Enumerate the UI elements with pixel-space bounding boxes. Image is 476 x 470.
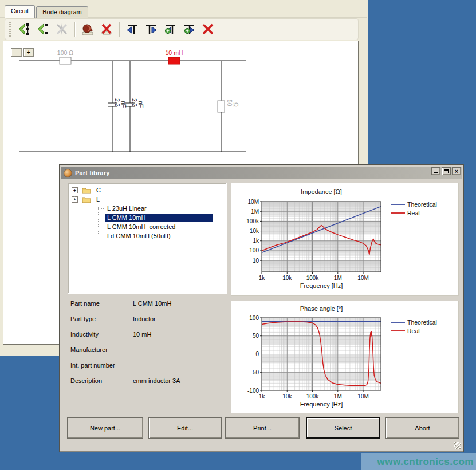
svg-text:-50: -50 xyxy=(251,369,259,376)
svg-text:100k: 100k xyxy=(306,393,320,400)
tree-item-label: L CMM 10mH_corrected xyxy=(105,223,178,231)
impedance-chart: 10M1M100k10k1k100101k10k100k1M10MImpedan… xyxy=(231,183,459,297)
edit-button[interactable]: Edit... xyxy=(148,417,222,439)
detail-label: Manufacturer xyxy=(70,346,133,353)
resistor-100ohm[interactable] xyxy=(60,57,71,64)
select-button[interactable]: Select xyxy=(306,417,380,439)
svg-text:10k: 10k xyxy=(250,228,259,234)
folder-icon xyxy=(82,196,91,203)
c1-label: nF xyxy=(120,101,127,108)
tree-guide-stub xyxy=(98,218,105,218)
part-details: Part nameL CMM 10mHPart typeInductorIndu… xyxy=(70,300,226,393)
svg-text:Theoretical: Theoretical xyxy=(407,201,437,208)
svg-text:-100: -100 xyxy=(247,388,259,394)
abort-button[interactable]: Abort xyxy=(385,417,459,439)
c2-label: 2.2 xyxy=(131,98,138,107)
tree-item-l-cmm-10mh[interactable]: L CMM 10mH xyxy=(68,213,226,222)
svg-text:Real: Real xyxy=(407,210,420,216)
add-probe-right-icon[interactable] xyxy=(181,21,197,37)
tab-bode-diagram[interactable]: Bode diagram xyxy=(36,6,88,18)
watermark-text: www.cntronics.com xyxy=(377,456,474,468)
detail-row: Manufacturer xyxy=(70,346,226,362)
svg-text:1M: 1M xyxy=(251,208,259,215)
l1-label: 10 mH xyxy=(166,49,183,56)
detail-value: 10 mH xyxy=(133,331,226,338)
tree-folder-c[interactable]: +C xyxy=(68,185,226,195)
svg-text:10M: 10M xyxy=(357,275,368,281)
inductor-10mh-selected[interactable] xyxy=(168,57,180,64)
delete-part-icon[interactable] xyxy=(99,21,115,37)
svg-text:100: 100 xyxy=(249,315,259,321)
dialog-titlebar[interactable]: Part library xyxy=(61,167,462,179)
part-library-dialog: Part library × +C-LL 23uH LinearL CMM 10… xyxy=(59,164,464,452)
resize-grip[interactable] xyxy=(454,442,461,449)
print-button[interactable]: Print... xyxy=(225,417,300,439)
tree-guide-stub xyxy=(98,227,105,227)
svg-text:Impedance [Ω]: Impedance [Ω] xyxy=(301,188,342,195)
detail-row: Part typeInductor xyxy=(70,315,226,331)
insert-component-before-icon[interactable] xyxy=(16,21,32,37)
maximize-icon xyxy=(444,169,449,173)
svg-text:50: 50 xyxy=(253,333,259,339)
detail-label: Int. part number xyxy=(70,362,133,369)
probe-left-icon[interactable] xyxy=(124,21,140,37)
detail-value: L CMM 10mH xyxy=(133,300,226,307)
svg-text:Phase angle [°]: Phase angle [°] xyxy=(300,305,343,312)
tree-guide-stub xyxy=(98,236,105,236)
c1-label: 2.2 xyxy=(114,98,121,107)
tab-circuit[interactable]: Circuit xyxy=(5,5,35,18)
tree-item-label: C xyxy=(94,186,103,194)
load-part-icon[interactable] xyxy=(80,21,96,37)
svg-text:Theoretical: Theoretical xyxy=(407,319,437,326)
tree-folder-l[interactable]: -L xyxy=(68,195,226,204)
window-controls: × xyxy=(431,167,461,175)
phase-chart: 100500-50-1001k10k100k1M10MPhase angle [… xyxy=(231,301,459,414)
tree-guide-line xyxy=(98,204,99,236)
delete-probe-icon[interactable] xyxy=(200,21,216,37)
r2-label: 50 xyxy=(226,100,233,106)
detail-value: cmm inductor 3A xyxy=(133,377,226,384)
svg-text:10M: 10M xyxy=(248,199,259,205)
svg-text:10k: 10k xyxy=(282,275,292,281)
tree-guide-line xyxy=(74,193,75,199)
svg-text:1k: 1k xyxy=(259,275,266,281)
tree-guide-stub xyxy=(98,208,105,209)
r1-label: 100 Ω xyxy=(57,49,73,56)
svg-text:10M: 10M xyxy=(357,393,368,400)
part-tree[interactable]: +C-LL 23uH LinearL CMM 10mHL CMM 10mH_co… xyxy=(68,183,226,294)
tree-item-label: Ld CMM 10mH (50uH) xyxy=(105,232,173,240)
svg-text:100k: 100k xyxy=(246,218,259,224)
minimize-button[interactable] xyxy=(431,167,440,175)
impedance-chart-panel: 10M1M100k10k1k100101k10k100k1M10MImpedan… xyxy=(231,183,459,296)
detail-label: Inductivity xyxy=(70,331,133,338)
toolbar-separator xyxy=(74,22,75,37)
probe-right-icon[interactable] xyxy=(143,21,159,37)
tree-item-l-23uh-linear[interactable]: L 23uH Linear xyxy=(68,204,226,213)
detail-label: Description xyxy=(70,377,133,384)
cut-disabled-icon[interactable] xyxy=(54,21,70,37)
tree-item-ld-cmm-10mh-50uh-[interactable]: Ld CMM 10mH (50uH) xyxy=(68,231,226,240)
svg-text:1k: 1k xyxy=(259,393,266,400)
insert-component-after-icon[interactable] xyxy=(35,21,51,37)
tree-item-label: L 23uH Linear xyxy=(105,204,149,212)
new-part-button[interactable]: New part... xyxy=(67,417,143,439)
minimize-icon xyxy=(434,172,438,173)
toolbar xyxy=(5,18,359,40)
c2-label: nF xyxy=(137,101,144,108)
svg-text:1k: 1k xyxy=(253,238,259,244)
resistor-50ohm[interactable] xyxy=(218,101,225,112)
tree-item-l-cmm-10mh-corrected[interactable]: L CMM 10mH_corrected xyxy=(68,222,226,231)
svg-text:10: 10 xyxy=(253,258,259,264)
detail-value: Inductor xyxy=(133,315,226,322)
toolbar-gripper[interactable] xyxy=(9,22,11,37)
add-probe-left-icon[interactable] xyxy=(162,21,178,37)
maximize-button[interactable] xyxy=(442,167,451,175)
app-icon xyxy=(64,169,72,177)
watermark-band: www.cntronics.com xyxy=(361,453,476,470)
close-button[interactable]: × xyxy=(452,167,461,175)
detail-label: Part type xyxy=(70,315,133,322)
tree-item-label: L xyxy=(94,195,102,203)
expand-icon[interactable]: + xyxy=(72,187,78,193)
detail-row: Inductivity10 mH xyxy=(70,331,226,346)
svg-text:1M: 1M xyxy=(334,275,342,281)
